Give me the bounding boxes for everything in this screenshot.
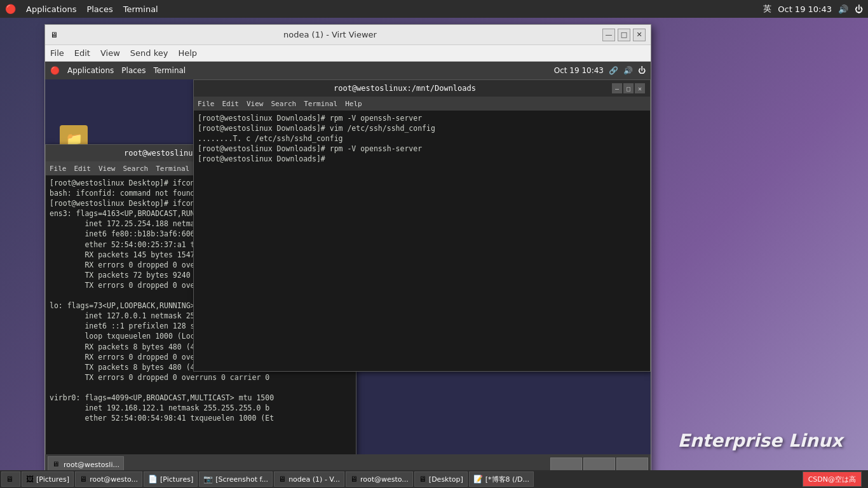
term-line-22: ether 52:54:00:54:98:41 txqueuelen 1000 … — [50, 413, 352, 423]
virt-title: nodea (1) - Virt Viewer — [58, 30, 602, 39]
term-line-19: TX errors 0 dropped 0 overruns 0 carrier… — [50, 372, 352, 383]
term-downloads-title: root@westoslinux:/mnt/Downloads — [199, 84, 611, 93]
vm-top-left: 🔴 Applications Places Terminal — [50, 66, 186, 75]
virt-file-menu[interactable]: File — [50, 48, 64, 58]
virt-title-bar: 🖥 nodea (1) - Virt Viewer — □ ✕ — [45, 25, 651, 45]
outer-task-pictures-1[interactable]: 🖼 [Pictures] — [22, 471, 74, 487]
outer-task-label-blog: [*博客8 (/D... — [485, 475, 529, 484]
outer-task-icon-term1: 🖥 — [79, 475, 87, 484]
outer-task-screenshot[interactable]: 📷 [Screenshot f... — [199, 471, 273, 487]
outer-task-icon-screenshot: 📷 — [203, 475, 213, 484]
vm-taskbar-item-1[interactable]: 🖥 root@westosli... — [48, 456, 124, 470]
term-edit-menu[interactable]: Edit — [74, 165, 92, 173]
term-dl-line-5: [root@westoslinux Downloads]# — [198, 154, 646, 164]
virt-edit-menu[interactable]: Edit — [74, 48, 90, 58]
virt-content-area: 🔴 Applications Places Terminal Oct 19 10… — [45, 62, 651, 470]
virt-view-menu[interactable]: View — [100, 48, 120, 58]
term-downloads-title-bar: root@westoslinux:/mnt/Downloads — □ ✕ — [194, 80, 650, 97]
vm-top-right: Oct 19 10:43 🔗 🔊 ⏻ — [554, 66, 646, 75]
terminal-downloads-window: root@westoslinux:/mnt/Downloads — □ ✕ Fi… — [193, 79, 651, 372]
term-dl-help-menu[interactable]: Help — [345, 100, 362, 108]
redhat-icon: 🔴 — [5, 4, 16, 14]
term-dl-line-1: [root@westoslinux Downloads]# rpm -V ope… — [198, 113, 646, 123]
vm-task-label-1: root@westosli... — [64, 461, 119, 469]
term-downloads-maximize[interactable]: □ — [623, 83, 634, 93]
vm-network-icon: 🔗 — [609, 66, 618, 75]
outer-task-icon-desktop: 🖥 — [419, 475, 426, 484]
term-downloads-minimize[interactable]: — — [612, 83, 622, 93]
vm-redhat-icon: 🔴 — [50, 66, 60, 75]
term-line-21: inet 192.168.122.1 netmask 255.255.255.0… — [50, 403, 352, 413]
outer-task-desktop[interactable]: 🖥 [Desktop] — [414, 471, 468, 487]
outer-task-label-screenshot: [Screenshot f... — [215, 475, 268, 484]
virt-close-btn[interactable]: ✕ — [633, 29, 646, 41]
datetime-display: Oct 19 10:43 — [778, 4, 832, 14]
outer-task-icon-pic2: 📄 — [148, 475, 158, 484]
system-bar-left: 🔴 Applications Places Terminal — [5, 4, 158, 14]
vm-scroll-btn-3[interactable] — [616, 458, 648, 470]
vm-applications-menu[interactable]: Applications — [67, 66, 114, 75]
csdn-btn[interactable]: CSDN@空は高 — [803, 471, 862, 487]
outer-task-show-desktop[interactable]: 🖥 — [1, 471, 20, 487]
term-downloads-content[interactable]: [root@westoslinux Downloads]# rpm -V ope… — [194, 111, 650, 371]
applications-menu[interactable]: Applications — [26, 4, 76, 14]
virt-sendkey-menu[interactable]: Send key — [130, 48, 168, 58]
term-downloads-close[interactable]: ✕ — [635, 83, 645, 93]
outer-task-icon-pic1: 🖼 — [26, 475, 34, 484]
outer-task-icon-virt: 🖥 — [278, 475, 286, 484]
terminal-menu[interactable]: Terminal — [123, 4, 158, 14]
vm-datetime: Oct 19 10:43 — [554, 66, 604, 75]
enterprise-linux-text: Enterprise Linux — [678, 430, 843, 451]
virt-minimize-btn[interactable]: — — [602, 29, 615, 41]
outer-task-label-pic2: [Pictures] — [160, 475, 193, 484]
vm-task-icon-1: 🖥 — [52, 460, 61, 469]
term-view-menu[interactable]: View — [98, 165, 116, 173]
term-terminal-menu[interactable]: Terminal — [156, 165, 189, 173]
vm-scroll-btn-1[interactable] — [550, 458, 582, 470]
vm-volume-icon[interactable]: 🔊 — [623, 66, 633, 75]
vm-scroll-btn-2[interactable] — [583, 458, 615, 470]
virt-window-controls: — □ ✕ — [602, 29, 646, 41]
outer-task-terminal-1[interactable]: 🖥 root@westo... — [75, 471, 142, 487]
vm-top-bar: 🔴 Applications Places Terminal Oct 19 10… — [45, 62, 651, 79]
virt-help-menu[interactable]: Help — [178, 48, 197, 58]
outer-task-pictures-2[interactable]: 📄 [Pictures] — [144, 471, 198, 487]
outer-task-blog[interactable]: 📝 [*博客8 (/D... — [469, 471, 534, 487]
term-file-menu[interactable]: File — [50, 165, 67, 173]
term-dl-line-4: [root@westoslinux Downloads]# rpm -V ope… — [198, 144, 646, 154]
virt-menu-bar: File Edit View Send key Help — [45, 45, 651, 62]
outer-task-icon-blog: 📝 — [473, 475, 483, 484]
virt-window-icon: 🖥 — [50, 30, 58, 39]
term-search-menu[interactable]: Search — [123, 165, 149, 173]
places-menu[interactable]: Places — [86, 4, 112, 14]
outer-task-icon-term2: 🖥 — [350, 475, 358, 484]
volume-icon[interactable]: 🔊 — [838, 4, 848, 14]
vm-power-icon[interactable]: ⏻ — [638, 66, 646, 75]
term-dl-terminal-menu[interactable]: Terminal — [304, 100, 337, 108]
outer-taskbar: 🖥 🖼 [Pictures] 🖥 root@westo... 📄 [Pictur… — [0, 470, 868, 488]
vm-taskbar-scrollbar — [550, 458, 648, 470]
term-line-20: virbr0: flags=4099<UP,BROADCAST,MULTICAS… — [50, 393, 352, 403]
term-dl-file-menu[interactable]: File — [198, 100, 215, 108]
outer-task-label-term2: root@westo... — [360, 475, 409, 484]
language-indicator: 英 — [763, 3, 771, 15]
term-dl-view-menu[interactable]: View — [247, 100, 264, 108]
outer-task-virtviewer[interactable]: 🖥 nodea (1) - V... — [274, 471, 344, 487]
system-bar-right: 英 Oct 19 10:43 🔊 ⏻ — [763, 3, 863, 15]
term-dl-line-3: ........T. c /etc/ssh/sshd_config — [198, 133, 646, 144]
term-dl-edit-menu[interactable]: Edit — [222, 100, 240, 108]
outer-task-icon-showdesktop: 🖥 — [6, 475, 13, 484]
term-dl-search-menu[interactable]: Search — [271, 100, 297, 108]
system-bar: 🔴 Applications Places Terminal 英 Oct 19 … — [0, 0, 868, 18]
outer-task-label-desktop: [Desktop] — [429, 475, 463, 484]
power-icon[interactable]: ⏻ — [855, 4, 863, 14]
outer-taskbar-right: CSDN@空は高 — [803, 471, 867, 487]
term-dl-line-2: [root@westoslinux Downloads]# vim /etc/s… — [198, 123, 646, 133]
virt-maximize-btn[interactable]: □ — [618, 29, 630, 41]
term-downloads-menu: File Edit View Search Terminal Help — [194, 97, 650, 111]
outer-task-label-pic1: [Pictures] — [36, 475, 69, 484]
vm-places-menu[interactable]: Places — [121, 66, 146, 75]
outer-task-terminal-2[interactable]: 🖥 root@westo... — [346, 471, 413, 487]
vm-terminal-menu[interactable]: Terminal — [153, 66, 186, 75]
outer-task-label-term1: root@westo... — [90, 475, 138, 484]
